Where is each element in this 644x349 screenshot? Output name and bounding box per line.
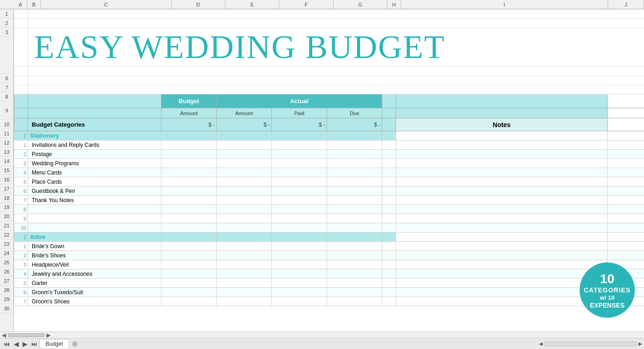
thankyou-e	[217, 196, 272, 205]
cat-stationery-i	[396, 131, 608, 140]
postage-h	[382, 150, 396, 159]
headpiece-f	[272, 260, 327, 269]
col-header-row: A B C D E F G H I J	[0, 0, 644, 9]
paid-label: Paid	[272, 108, 327, 118]
col-header-h: H	[387, 0, 401, 9]
s10-h	[382, 223, 396, 233]
row-num-3: 3	[0, 28, 13, 37]
budget-header: Budget	[161, 94, 217, 108]
tab-budget[interactable]: Budget	[40, 339, 69, 348]
name-invitations: Invitations and Reply Cards	[28, 140, 161, 150]
row-num-10: 10	[0, 120, 13, 129]
s10-g	[327, 223, 382, 233]
programs-i	[396, 159, 608, 168]
cell-11h	[382, 118, 396, 131]
cell-2a	[14, 19, 28, 28]
row-num-9: 9	[0, 101, 13, 120]
tab-nav-first[interactable]: ⏮	[2, 340, 12, 348]
row-headpiece: 3 Headpiece/Veil	[14, 260, 644, 269]
gshoes-i	[396, 297, 608, 306]
row-num-28: 28	[0, 285, 13, 295]
name-s8	[28, 205, 161, 214]
idx-menu: 4	[14, 168, 28, 177]
row-programs: 3 Wedding Programs	[14, 159, 644, 168]
cat-stationery-g	[327, 131, 382, 140]
bshoes-g	[327, 251, 382, 260]
scroll-left-icon[interactable]: ◀	[2, 332, 6, 338]
cat-attire-d	[161, 233, 217, 242]
postage-f	[272, 150, 327, 159]
row-num-12: 12	[0, 138, 13, 147]
row-postage: 2 Postage	[14, 150, 644, 159]
guestbook-g	[327, 186, 382, 196]
scroll-left-btn[interactable]: ◀	[539, 341, 543, 346]
h-scroll-track[interactable]	[8, 333, 45, 337]
row-7	[14, 76, 644, 85]
bshoes-i	[396, 251, 608, 260]
guestbook-j	[608, 186, 644, 196]
badge-container: 10 CATEGORIES w/ 10 EXPENSES	[580, 262, 635, 318]
col-header-g: G	[334, 0, 387, 9]
row-num-3-span	[0, 37, 13, 74]
garter-d	[161, 279, 217, 288]
cell-title-a	[14, 28, 28, 67]
gshoes-d	[161, 297, 217, 306]
place-e	[217, 177, 272, 186]
row-brides-shoes: 2 Bride's Shoes	[14, 251, 644, 260]
idx-jewelry: 4	[14, 269, 28, 279]
row-num-20: 20	[0, 212, 13, 221]
place-f	[272, 177, 327, 186]
idx-s10: 10	[14, 223, 28, 233]
cat-attire-f	[272, 233, 327, 242]
row-invitations: 1 Invitations and Reply Cards	[14, 140, 644, 150]
row-attire-cat: 2 Attire	[14, 233, 644, 242]
jewelry-e	[217, 269, 272, 279]
idx-bshoes: 2	[14, 251, 28, 260]
row-num-22: 22	[0, 230, 13, 239]
title-row: EASY WEDDING BUDGET	[14, 28, 644, 67]
notes-label: Notes	[396, 118, 608, 131]
programs-h	[382, 159, 396, 168]
gown-i	[396, 242, 608, 251]
row-num-1: 1	[0, 9, 13, 18]
name-s9	[28, 214, 161, 223]
tab-nav-prev[interactable]: ◀	[12, 340, 21, 348]
tab-nav-last[interactable]: ⏭	[29, 340, 40, 348]
thankyou-f	[272, 196, 327, 205]
scroll-right-btn[interactable]: ▶	[638, 341, 642, 346]
badge-line2: w/ 10	[600, 294, 615, 302]
tab-nav-next[interactable]: ▶	[21, 340, 29, 348]
cell-11j	[608, 118, 644, 131]
row-grooms-shoes: 7 Groom's Shoes	[14, 297, 644, 306]
s8-f	[272, 205, 327, 214]
idx-gown: 1	[14, 242, 28, 251]
menu-h	[382, 168, 396, 177]
scroll-track[interactable]	[545, 342, 637, 346]
row-s10: 10	[14, 223, 644, 233]
row-num-23: 23	[0, 239, 13, 249]
s8-h	[382, 205, 396, 214]
idx-programs: 3	[14, 159, 28, 168]
row-garter: 5 Garter	[14, 279, 644, 288]
badge-line3: EXPENSES	[590, 302, 624, 309]
tux-d	[161, 288, 217, 297]
name-jewelry: Jewelry and Accessories	[28, 269, 161, 279]
s9-f	[272, 214, 327, 223]
row-num-13: 13	[0, 147, 13, 157]
cat-attire-j	[608, 233, 644, 242]
s8-d	[161, 205, 217, 214]
row-2	[14, 19, 644, 28]
idx-garter: 5	[14, 279, 28, 288]
row-thankyou: 7 Thank You Notes	[14, 196, 644, 205]
col-header-a: A	[14, 0, 27, 9]
bshoes-f	[272, 251, 327, 260]
jewelry-f	[272, 269, 327, 279]
scroll-right-icon[interactable]: ▶	[46, 332, 51, 338]
add-tab-button[interactable]: ⊕	[70, 339, 80, 348]
col-header-d: D	[172, 0, 225, 9]
row-6	[14, 67, 644, 76]
row-num-25: 25	[0, 258, 13, 267]
title-cell: EASY WEDDING BUDGET	[28, 28, 644, 67]
place-i	[396, 177, 608, 186]
menu-j	[608, 168, 644, 177]
